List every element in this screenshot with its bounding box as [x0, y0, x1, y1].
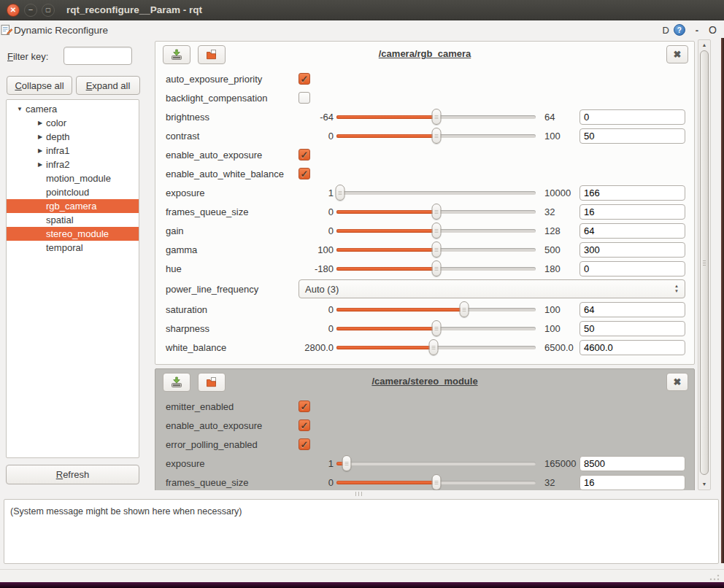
slider-handle[interactable]	[459, 301, 469, 317]
param-input-gamma[interactable]	[579, 242, 685, 258]
spinner-up-icon: ▲	[674, 284, 679, 289]
slider-handle[interactable]	[431, 128, 441, 144]
param-slider-sharpness[interactable]	[336, 320, 536, 336]
param-input-frames_queue_size[interactable]	[579, 204, 685, 220]
help-icon[interactable]: ?	[674, 24, 685, 36]
slider-handle[interactable]	[431, 204, 441, 220]
slider-track[interactable]	[336, 191, 536, 195]
param-slider-white_balance[interactable]	[336, 339, 536, 355]
scrollbar-thumb[interactable]	[700, 50, 709, 475]
param-checkbox-enable_auto_exposure[interactable]: ✓	[299, 149, 310, 160]
param-label: saturation	[166, 304, 299, 315]
param-label: brightness	[166, 112, 299, 123]
param-slider-saturation[interactable]	[336, 301, 536, 317]
slider-min-label: 0	[299, 323, 334, 334]
resize-grip[interactable]	[709, 572, 720, 581]
param-input-white_balance[interactable]	[579, 340, 685, 355]
slider-max-label: 128	[539, 225, 579, 236]
tree-collapsed-icon[interactable]: ▶	[34, 120, 46, 126]
param-slider-frames_queue_size[interactable]	[336, 204, 536, 220]
splitter-handle[interactable]	[0, 490, 724, 498]
param-checkbox-backlight_compensation[interactable]	[299, 92, 310, 104]
system-message-box[interactable]: (System message might be shown here when…	[4, 499, 719, 564]
scrollbar-down-icon[interactable]: ▼	[698, 481, 710, 487]
param-label: hue	[166, 263, 299, 274]
slider-handle[interactable]	[428, 339, 438, 355]
tree-item-spatial[interactable]: spatial	[7, 213, 139, 227]
collapse-all-button[interactable]: Collapse all	[7, 76, 72, 95]
param-slider-frames_queue_size[interactable]	[336, 474, 536, 490]
param-input-hue[interactable]	[579, 261, 685, 276]
tree-item-pointcloud[interactable]: pointcloud	[7, 185, 139, 199]
slider-handle[interactable]	[431, 320, 441, 336]
slider-max-label: 100	[539, 131, 579, 142]
tree-item-infra2[interactable]: ▶infra2	[7, 158, 139, 171]
slider-handle[interactable]	[431, 109, 441, 125]
tree-item-temporal[interactable]: temporal	[7, 241, 139, 255]
param-checkbox-error_polling_enabled[interactable]: ✓	[299, 438, 310, 450]
param-slider-exposure[interactable]	[336, 185, 536, 201]
slider-min-label: -180	[299, 263, 334, 274]
param-input-contrast[interactable]	[579, 128, 685, 144]
tree-item-camera[interactable]: ▼camera	[7, 102, 139, 116]
slider-handle[interactable]	[431, 223, 441, 239]
param-checkbox-enable_auto_exposure[interactable]: ✓	[299, 419, 310, 431]
param-row-auto_exposure_priority: auto_exposure_priority✓	[155, 69, 694, 88]
tree-item-motion_module[interactable]: motion_module	[7, 171, 139, 185]
tree-item-color[interactable]: ▶color	[7, 116, 139, 130]
tree-item-rgb_camera[interactable]: rgb_camera	[7, 199, 139, 213]
combo-value: Auto (3)	[305, 284, 339, 295]
param-checkbox-auto_exposure_priority[interactable]: ✓	[299, 73, 310, 85]
vertical-scrollbar[interactable]: ▲ ▼	[698, 39, 711, 490]
slider-handle[interactable]	[342, 455, 352, 471]
param-input-frames_queue_size[interactable]	[579, 475, 685, 490]
dock-button[interactable]: D	[662, 25, 669, 36]
param-slider-gain[interactable]	[336, 223, 536, 239]
scrollbar-up-icon[interactable]: ▲	[698, 42, 710, 47]
panel-close-button[interactable]: ✖	[666, 373, 688, 391]
tree-collapsed-icon[interactable]: ▶	[34, 147, 46, 154]
slider-fill	[336, 134, 436, 138]
slider-handle[interactable]	[431, 260, 441, 276]
filter-key-input[interactable]	[63, 47, 132, 65]
tree-item-infra1[interactable]: ▶infra1	[7, 144, 139, 158]
param-input-exposure[interactable]	[579, 456, 685, 471]
param-input-brightness[interactable]	[579, 109, 685, 125]
window-minimize-button[interactable]: −	[24, 4, 37, 17]
tree-item-label: rgb_camera	[46, 201, 96, 212]
window-close-button[interactable]: ✕	[7, 4, 20, 17]
param-input-saturation[interactable]	[579, 302, 685, 317]
param-slider-gamma[interactable]	[336, 241, 536, 258]
plugin-minimize-button[interactable]: -	[696, 25, 698, 36]
slider-handle[interactable]	[335, 185, 344, 201]
plugin-float-button[interactable]: O	[709, 24, 717, 36]
param-input-exposure[interactable]	[579, 185, 685, 201]
tree-collapsed-icon[interactable]: ▶	[34, 161, 46, 168]
param-checkbox-enable_auto_white_balance[interactable]: ✓	[299, 168, 310, 179]
tree-item-depth[interactable]: ▶depth	[7, 130, 139, 144]
param-slider-brightness[interactable]	[336, 109, 536, 125]
slider-handle[interactable]	[431, 241, 441, 258]
slider-track[interactable]	[336, 462, 536, 465]
window-maximize-button[interactable]: ▢	[42, 4, 55, 17]
param-slider-exposure[interactable]	[336, 455, 536, 471]
tree-expanded-icon[interactable]: ▼	[14, 106, 26, 112]
param-slider-contrast[interactable]	[336, 128, 536, 144]
param-slider-hue[interactable]	[336, 260, 536, 276]
slider-fill	[336, 481, 436, 484]
slider-handle[interactable]	[431, 474, 441, 490]
param-row-white_balance: white_balance2800.06500.0	[155, 338, 694, 357]
tree-item-label: pointcloud	[46, 187, 89, 198]
param-input-gain[interactable]	[579, 223, 685, 239]
tree-item-stereo_module[interactable]: stereo_module	[7, 227, 139, 241]
param-combo-power_line_frequency[interactable]: Auto (3)▲▼	[299, 279, 685, 298]
refresh-button[interactable]: Refresh	[6, 465, 139, 484]
expand-all-button[interactable]: Expand all	[76, 76, 140, 95]
param-checkbox-emitter_enabled[interactable]: ✓	[299, 401, 310, 412]
spinner-icon[interactable]: ▲▼	[674, 280, 679, 298]
panel-close-button[interactable]: ✖	[666, 45, 688, 63]
tree-collapsed-icon[interactable]: ▶	[34, 134, 46, 140]
param-input-sharpness[interactable]	[579, 321, 685, 336]
param-label: exposure	[166, 187, 299, 198]
slider-max-label: 32	[539, 477, 579, 488]
